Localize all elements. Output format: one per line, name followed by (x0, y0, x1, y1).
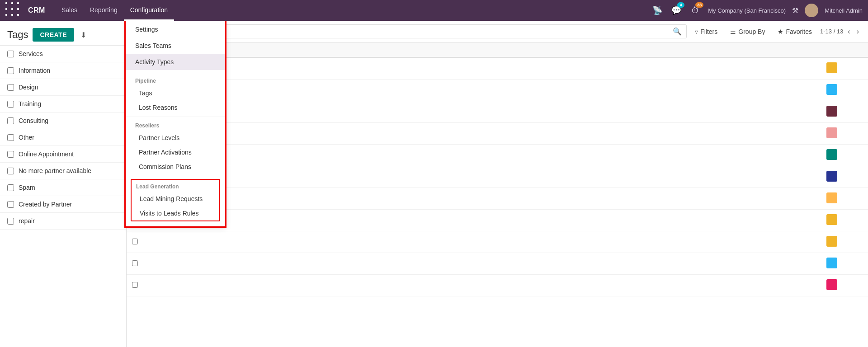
sidebar-item-label: repair (19, 217, 35, 225)
groupby-label: Group By (738, 28, 765, 35)
list-item[interactable]: No more partner available (0, 163, 126, 179)
pagination-next[interactable]: › (855, 27, 861, 37)
item-checkbox[interactable] (7, 134, 14, 141)
company-name[interactable]: My Company (San Francisco) (708, 7, 786, 14)
list-item[interactable]: Consulting (0, 113, 126, 129)
apps-menu-icon[interactable] (5, 2, 22, 19)
main-layout: Tags CREATE ⬇ Services Information Desig… (0, 21, 868, 347)
item-checkbox[interactable] (7, 218, 14, 225)
col-color (821, 42, 857, 57)
download-button[interactable]: ⬇ (79, 29, 88, 41)
sidebar-list: Services Information Design Training Con… (0, 46, 126, 230)
table-row[interactable] (127, 231, 868, 253)
item-checkbox[interactable] (7, 84, 14, 91)
activity-badge: 33 (695, 2, 703, 8)
menu-settings[interactable]: Settings (126, 21, 225, 38)
lead-gen-section-label: Lead Generation (132, 180, 219, 192)
col-scroll (857, 42, 868, 57)
item-checkbox[interactable] (7, 117, 14, 124)
sidebar-item-label: No more partner available (19, 167, 91, 174)
row-select[interactable] (132, 239, 138, 244)
row-checkbox[interactable] (127, 253, 143, 275)
sidebar: Tags CREATE ⬇ Services Information Desig… (0, 21, 127, 347)
table-row[interactable] (127, 253, 868, 275)
activity-icon[interactable]: ⏱ 33 (689, 4, 702, 17)
row-name (143, 210, 821, 231)
table-row[interactable] (127, 80, 868, 101)
list-item[interactable]: repair (0, 213, 126, 230)
configuration-dropdown: Settings Sales Teams Activity Types Pipe… (126, 21, 225, 226)
support-icon[interactable]: 📡 (651, 4, 664, 17)
create-button[interactable]: CREATE (33, 28, 74, 42)
color-swatch (826, 106, 837, 117)
table-row[interactable] (127, 166, 868, 188)
color-swatch (826, 192, 837, 203)
username[interactable]: Mitchell Admin (825, 7, 863, 14)
table-row[interactable] (127, 123, 868, 145)
row-color (821, 188, 857, 210)
color-swatch (826, 258, 837, 268)
nav-sales[interactable]: Sales (55, 0, 84, 21)
sidebar-item-label: Training (19, 100, 41, 108)
row-name (143, 166, 821, 188)
row-select[interactable] (132, 260, 138, 266)
nav-reporting[interactable]: Reporting (84, 0, 124, 21)
list-item[interactable]: Design (0, 79, 126, 96)
color-swatch (826, 279, 837, 290)
table-row[interactable] (127, 210, 868, 231)
item-checkbox[interactable] (7, 51, 14, 57)
chat-icon[interactable]: 💬 4 (670, 4, 683, 17)
row-name (143, 80, 821, 101)
item-checkbox[interactable] (7, 67, 14, 74)
list-item[interactable]: Training (0, 96, 126, 113)
menu-tags[interactable]: Tags (126, 86, 225, 100)
table-row[interactable] (127, 101, 868, 123)
menu-lead-mining[interactable]: Lead Mining Requests (132, 192, 219, 206)
item-checkbox[interactable] (7, 184, 14, 191)
filters-button[interactable]: ▿ Filters (690, 26, 722, 38)
list-item[interactable]: Other (0, 129, 126, 146)
groupby-icon: ⚌ (730, 28, 736, 35)
row-checkbox[interactable] (127, 231, 143, 253)
sidebar-header: Tags CREATE ⬇ (0, 21, 126, 46)
list-item[interactable]: Services (0, 46, 126, 62)
table-row[interactable] (127, 145, 868, 166)
svg-point-0 (809, 6, 814, 12)
table-row[interactable] (127, 57, 868, 80)
list-item[interactable]: Created by Partner (0, 196, 126, 213)
table-row[interactable] (127, 275, 868, 296)
row-name (143, 231, 821, 253)
color-swatch (826, 84, 837, 95)
tags-table (127, 42, 868, 296)
row-color (821, 166, 857, 188)
table-row[interactable] (127, 188, 868, 210)
row-color (821, 101, 857, 123)
menu-sales-teams[interactable]: Sales Teams (126, 38, 225, 54)
settings-wrench-icon[interactable]: ⚒ (792, 6, 798, 15)
item-checkbox[interactable] (7, 151, 14, 158)
topnav-menu: Sales Reporting Configuration (55, 0, 174, 21)
item-checkbox[interactable] (7, 168, 14, 174)
pagination-prev[interactable]: ‹ (846, 27, 852, 37)
item-checkbox[interactable] (7, 101, 14, 108)
menu-lost-reasons[interactable]: Lost Reasons (126, 100, 225, 115)
list-item[interactable]: Information (0, 62, 126, 79)
avatar[interactable] (805, 4, 818, 17)
menu-partner-levels[interactable]: Partner Levels (126, 131, 225, 145)
groupby-button[interactable]: ⚌ Group By (726, 26, 769, 38)
item-checkbox[interactable] (7, 201, 14, 208)
favorites-button[interactable]: ★ Favorites (773, 26, 816, 38)
row-select[interactable] (132, 282, 138, 288)
menu-partner-activations[interactable]: Partner Activations (126, 145, 225, 159)
row-checkbox[interactable] (127, 275, 143, 296)
search-icon[interactable]: 🔍 (673, 27, 682, 36)
topnav-right: 📡 💬 4 ⏱ 33 My Company (San Francisco) ⚒ … (651, 4, 863, 17)
menu-visits-to-leads[interactable]: Visits to Leads Rules (132, 206, 219, 220)
nav-configuration[interactable]: Configuration (124, 0, 174, 21)
list-item[interactable]: Spam (0, 179, 126, 196)
row-color (821, 275, 857, 296)
pagination: 1-13 / 13 ‹ › (820, 27, 861, 37)
menu-commission-plans[interactable]: Commission Plans (126, 159, 225, 174)
list-item[interactable]: Online Appointment (0, 146, 126, 163)
menu-activity-types[interactable]: Activity Types (126, 54, 225, 70)
